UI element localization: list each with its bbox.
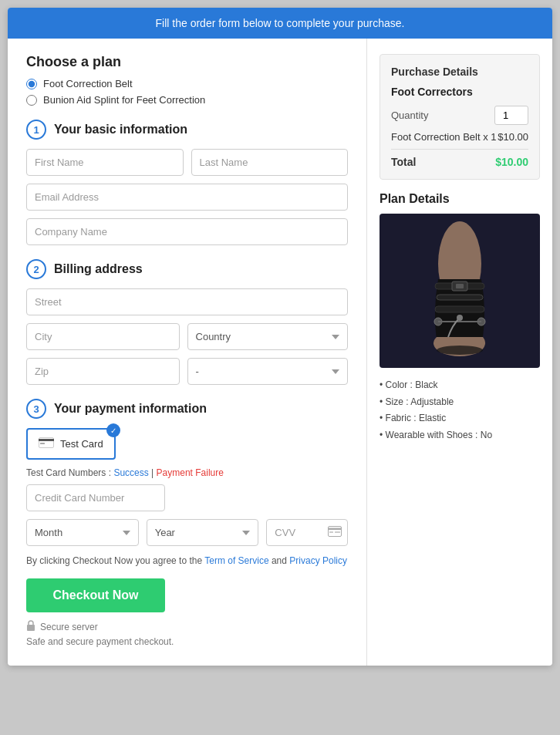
last-name-input[interactable] [191,149,349,176]
top-banner: Fill the order form below to complete yo… [8,8,552,39]
year-select[interactable]: Year2024202520262027202820292030 [147,519,259,546]
secure-sub: Safe and secure payment checkout. [26,636,348,647]
svg-rect-6 [335,531,340,533]
svg-rect-1 [39,439,54,441]
banner-text: Fill the order form below to complete yo… [156,17,405,29]
email-row [26,184,348,211]
svg-point-19 [457,315,463,321]
item-label: Foot Correction Belt x 1 [391,131,497,143]
total-label: Total [391,156,416,168]
terms-before: By clicking Checkout Now you agree to th… [26,555,204,566]
section1-number: 1 [26,120,46,140]
quantity-row: Quantity [391,106,528,125]
cc-number-input[interactable] [26,484,165,511]
section1-title: Your basic information [54,123,187,137]
company-row [26,218,348,245]
section1-header: 1 Your basic information [26,120,348,140]
card-option-box[interactable]: ✓ Test Card [26,428,116,460]
plan-option-2[interactable]: Bunion Aid Splint for Feet Correction [26,94,348,106]
spec-shoes: Wearable with Shoes : No [380,427,540,444]
plan-radio-2[interactable] [26,95,37,106]
svg-rect-4 [328,528,342,530]
right-panel: Purchase Details Foot Correctors Quantit… [367,39,552,666]
svg-rect-7 [27,625,35,631]
checkout-button[interactable]: Checkout Now [26,578,165,612]
test-card-label: Test Card Numbers : [26,467,111,478]
cc-number-row [26,484,348,511]
product-name: Foot Correctors [391,86,528,98]
name-row [26,149,348,176]
card-option-label: Test Card [60,438,103,450]
quantity-input[interactable] [494,106,528,125]
item-price: $10.00 [498,131,528,143]
email-input[interactable] [26,184,348,211]
plan-details-title: Plan Details [380,192,540,206]
success-link[interactable]: Success [113,467,148,478]
failure-link[interactable]: Payment Failure [157,467,224,478]
month-select[interactable]: MonthJanuaryFebruaryMarchAprilMayJuneJul… [26,519,139,546]
lock-icon [26,620,35,633]
section3-title: Your payment information [54,402,207,416]
country-select[interactable]: CountryUnited StatesUnited KingdomCanada… [187,323,348,350]
choose-plan-title: Choose a plan [26,54,348,70]
left-panel: Choose a plan Foot Correction Belt Bunio… [8,39,367,666]
spec-size: Size : Adjustable [380,394,540,411]
content-area: Choose a plan Foot Correction Belt Bunio… [8,39,552,666]
section2-title: Billing address [54,262,143,276]
city-input[interactable] [26,323,180,350]
svg-point-15 [437,346,483,355]
state-select[interactable]: -AlabamaAlaskaArizonaCaliforniaColoradoF… [187,358,348,385]
cvv-wrap [266,519,348,546]
terms-text: By clicking Checkout Now you agree to th… [26,554,348,568]
plan-label-2: Bunion Aid Splint for Feet Correction [43,94,205,106]
test-card-info: Test Card Numbers : Success | Payment Fa… [26,467,348,478]
page-wrapper: Fill the order form below to complete yo… [8,8,552,666]
check-badge-icon: ✓ [106,423,120,437]
spec-fabric: Fabric : Elastic [380,410,540,427]
city-country-row: CountryUnited StatesUnited KingdomCanada… [26,323,348,350]
section2-header: 2 Billing address [26,259,348,279]
cvv-card-icon [328,526,342,540]
section3-number: 3 [26,399,46,419]
quantity-label: Quantity [391,110,428,121]
street-input[interactable] [26,288,348,315]
plan-radio-1[interactable] [26,79,37,89]
total-row: Total $10.00 [391,156,528,168]
card-option-container: ✓ Test Card [26,428,348,467]
spec-color: Color : Black [380,377,540,394]
plan-option-1[interactable]: Foot Correction Belt [26,78,348,89]
terms-middle: and [269,555,290,566]
choose-plan-section: Choose a plan Foot Correction Belt Bunio… [26,54,348,106]
item-row: Foot Correction Belt x 1 $10.00 [391,131,528,150]
svg-rect-2 [40,443,45,444]
company-input[interactable] [26,218,348,245]
street-row [26,288,348,315]
first-name-input[interactable] [26,149,184,176]
purchase-details-title: Purchase Details [391,66,528,78]
purchase-details-box: Purchase Details Foot Correctors Quantit… [380,54,540,180]
tos-link[interactable]: Term of Service [204,555,268,566]
zip-input[interactable] [26,358,180,385]
svg-rect-11 [437,295,483,300]
plan-image [380,214,540,368]
section2-number: 2 [26,259,46,279]
total-price: $10.00 [495,156,528,168]
svg-rect-12 [435,306,484,312]
secure-label: Secure server [40,622,98,632]
plan-details-section: Plan Details [380,192,540,443]
plan-label-1: Foot Correction Belt [43,78,133,89]
svg-rect-5 [329,531,333,533]
zip-state-row: -AlabamaAlaskaArizonaCaliforniaColoradoF… [26,358,348,385]
card-icon [39,436,54,452]
svg-rect-14 [456,284,464,288]
section3-header: 3 Your payment information [26,399,348,419]
secure-row: Secure server [26,620,348,633]
plan-specs: Color : Black Size : Adjustable Fabric :… [380,377,540,443]
cvv-row: MonthJanuaryFebruaryMarchAprilMayJuneJul… [26,519,348,546]
privacy-link[interactable]: Privacy Policy [289,555,347,566]
